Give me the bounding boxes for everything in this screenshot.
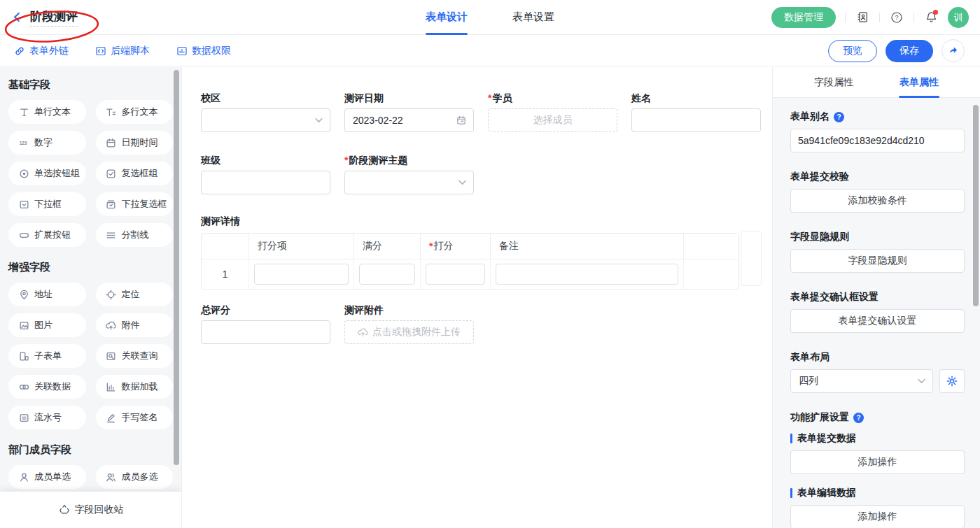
- field-item-image[interactable]: 图片: [8, 313, 86, 337]
- field-label: 测评附件: [344, 303, 474, 317]
- field-item-label: 下拉框: [34, 198, 62, 211]
- panel-scrollbar[interactable]: [973, 105, 979, 306]
- field-item-signature[interactable]: 手写签名: [96, 406, 174, 429]
- help-icon[interactable]: [853, 413, 864, 423]
- contacts-button[interactable]: [855, 10, 870, 25]
- field-item-attachment[interactable]: 附件: [96, 313, 174, 337]
- field-item-radio-group[interactable]: 单选按钮组: [8, 162, 86, 185]
- required-mark: *: [488, 91, 491, 105]
- field-item-datetime[interactable]: 日期时间: [96, 131, 174, 155]
- field-item-extend-button[interactable]: 扩展按钮: [8, 223, 86, 247]
- form-row-1: 校区 测评日期 2023-02-22 *学员 选择成员: [201, 91, 742, 215]
- address-book-icon: [857, 11, 869, 23]
- name-input[interactable]: [631, 108, 761, 132]
- add-validation-button[interactable]: 添加校验条件: [790, 189, 965, 213]
- sidebar-sections: 基础字段单行文本多行文本123数字日期时间单选按钮组复选框组下拉框下拉复选框扩展…: [0, 67, 181, 520]
- cell-input[interactable]: [254, 264, 349, 285]
- preview-label: 预览: [843, 45, 862, 57]
- total-score-input[interactable]: [201, 320, 330, 344]
- toolbar-links: 表单外链 后端脚本 数据权限: [0, 45, 231, 57]
- field-item-subform[interactable]: 子表单: [8, 344, 86, 368]
- tab-field-properties[interactable]: 字段属性: [814, 67, 853, 98]
- add-action-button-submit[interactable]: 添加操作: [790, 450, 965, 474]
- share-button[interactable]: [941, 39, 965, 62]
- data-manage-label: 数据管理: [784, 11, 823, 24]
- field-item-lookup[interactable]: 关联查询: [96, 344, 174, 368]
- save-button[interactable]: 保存: [886, 40, 933, 62]
- detail-table: 打分项满分*打分备注 1: [201, 233, 739, 290]
- field-item-data-load[interactable]: 数据加载: [96, 375, 174, 399]
- data-manage-button[interactable]: 数据管理: [771, 7, 836, 28]
- backend-script-button[interactable]: 后端脚本: [95, 45, 150, 57]
- field-total-score[interactable]: 总评分: [201, 303, 330, 344]
- subform-icon: [18, 350, 29, 362]
- field-class[interactable]: 班级: [201, 153, 330, 194]
- field-topic[interactable]: *阶段测评主题: [344, 153, 474, 194]
- help-icon[interactable]: [834, 112, 844, 122]
- cell-input[interactable]: [426, 264, 485, 285]
- select-member-button[interactable]: 选择成员: [488, 108, 617, 132]
- section-confirm-box: 表单提交确认框设置 表单提交确认设置: [790, 291, 965, 333]
- back-button[interactable]: [11, 11, 23, 23]
- preview-button[interactable]: 预览: [828, 40, 877, 62]
- avatar[interactable]: 训: [948, 7, 969, 28]
- attachment-upload-area[interactable]: 点击或拖拽附件上传: [344, 320, 474, 344]
- field-attachment[interactable]: 测评附件 点击或拖拽附件上传: [344, 303, 474, 344]
- section-title: 表单提交校验: [790, 171, 965, 183]
- detail-table-column-header: [684, 234, 739, 259]
- cell-input[interactable]: [496, 264, 678, 285]
- field-detail-table: 测评详情 打分项满分*打分备注 1: [201, 215, 742, 290]
- field-name[interactable]: 姓名: [631, 91, 761, 132]
- layout-settings-button[interactable]: [939, 369, 965, 393]
- field-item-member-multi[interactable]: 成员多选: [96, 465, 174, 489]
- field-item-label: 分割线: [122, 229, 149, 241]
- field-campus[interactable]: 校区: [201, 91, 330, 132]
- eval-date-input[interactable]: 2023-02-22: [344, 108, 474, 132]
- field-item-number[interactable]: 123数字: [8, 131, 86, 155]
- field-recycle-bin-button[interactable]: 字段回收站: [0, 492, 182, 528]
- form-canvas: 校区 测评日期 2023-02-22 *学员 选择成员: [182, 67, 772, 528]
- campus-select[interactable]: [201, 108, 330, 132]
- tab-form-settings[interactable]: 表单设置: [512, 0, 554, 35]
- app-window: 阶段测评 表单设计 表单设置 数据管理 ?: [0, 0, 980, 528]
- layout-select[interactable]: 四列: [790, 369, 933, 393]
- field-item-linked-data[interactable]: 关联数据: [8, 375, 86, 399]
- field-item-address[interactable]: 地址: [8, 283, 86, 306]
- sidebar-scrollbar[interactable]: [174, 70, 179, 465]
- cell-input[interactable]: [359, 264, 415, 285]
- field-item-serial-number[interactable]: 流水号: [8, 406, 86, 429]
- submit-confirm-settings-button[interactable]: 表单提交确认设置: [790, 309, 965, 333]
- visibility-rules-button[interactable]: 字段显隐规则: [790, 249, 965, 273]
- topic-select[interactable]: [344, 171, 474, 194]
- notifications-button[interactable]: [923, 10, 939, 25]
- field-item-label: 单选按钮组: [34, 167, 80, 180]
- field-item-single-line-text[interactable]: 单行文本: [8, 100, 86, 124]
- help-button[interactable]: ?: [889, 10, 904, 25]
- sidebar-section: 增强字段地址定位图片附件子表单关联查询关联数据数据加载流水号手写签名: [8, 261, 173, 429]
- field-item-checkbox-group[interactable]: 复选框组: [96, 162, 174, 185]
- class-input[interactable]: [201, 171, 330, 194]
- section-visibility-rules: 字段显隐规则 字段显隐规则: [790, 231, 965, 273]
- notification-dot: [933, 10, 938, 15]
- data-permission-button[interactable]: 数据权限: [176, 45, 231, 57]
- form-alias-input[interactable]: [790, 129, 965, 152]
- toolbar-link-label: 后端脚本: [111, 45, 150, 57]
- chevron-down-icon: [458, 180, 466, 185]
- field-item-divider[interactable]: 分割线: [96, 223, 174, 247]
- field-item-multi-select[interactable]: 下拉复选框: [96, 192, 174, 216]
- sidebar: 基础字段单行文本多行文本123数字日期时间单选按钮组复选框组下拉框下拉复选框扩展…: [0, 67, 182, 528]
- field-item-multi-line-text[interactable]: 多行文本: [96, 100, 174, 124]
- field-item-location[interactable]: 定位: [96, 283, 174, 306]
- divider-icon: [106, 229, 117, 241]
- field-label: 班级: [201, 153, 330, 167]
- field-student[interactable]: *学员 选择成员: [488, 91, 617, 132]
- add-action-button-edit[interactable]: 添加操作: [790, 505, 965, 528]
- section-form-layout: 表单布局 四列: [790, 351, 965, 393]
- field-item-grid: 成员单选成员多选: [8, 465, 173, 489]
- field-item-select[interactable]: 下拉框: [8, 192, 86, 216]
- tab-form-design[interactable]: 表单设计: [426, 0, 468, 35]
- field-item-member-single[interactable]: 成员单选: [8, 465, 86, 489]
- tab-form-properties[interactable]: 表单属性: [899, 67, 939, 98]
- field-eval-date[interactable]: 测评日期 2023-02-22: [344, 91, 474, 132]
- form-external-link-button[interactable]: 表单外链: [14, 45, 69, 57]
